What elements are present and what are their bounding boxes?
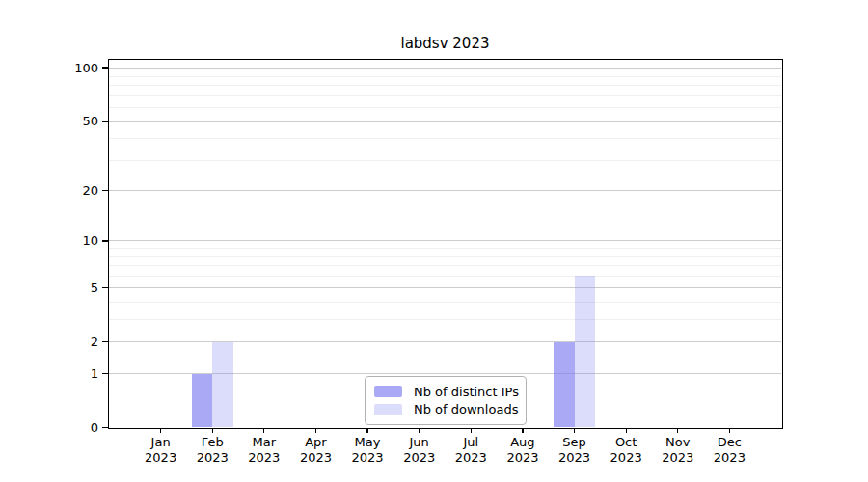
x-tick-label: Dec2023 (700, 435, 758, 466)
y-tick-mark (102, 287, 108, 288)
x-tick-mark (366, 428, 367, 433)
x-tick-mark (677, 428, 678, 433)
x-tick-mark (471, 428, 472, 433)
legend-swatch-distinct-ips-icon (374, 386, 402, 397)
y-tick-mark (102, 373, 108, 374)
legend-label-distinct-ips: Nb of distinct IPs (414, 385, 519, 399)
y-tick-label: 100 (0, 61, 98, 76)
y-tick-label: 10 (0, 233, 98, 249)
y-tick-label: 20 (0, 183, 98, 199)
x-tick-mark (626, 428, 627, 433)
y-tick-mark (102, 427, 108, 428)
y-tick-mark (102, 341, 108, 342)
x-tick-label: Jan2023 (132, 435, 190, 466)
legend: Nb of distinct IPs Nb of downloads (365, 376, 527, 425)
x-tick-mark (419, 428, 420, 433)
y-tick-mark (102, 240, 108, 241)
x-tick-label: Jul2023 (442, 435, 500, 466)
legend-item-downloads: Nb of downloads (374, 401, 517, 417)
x-tick-label: Feb2023 (183, 435, 241, 466)
x-tick-label: Jun2023 (391, 435, 448, 466)
x-tick-label: Nov2023 (649, 435, 707, 466)
x-tick-mark (729, 428, 730, 433)
legend-swatch-downloads-icon (374, 404, 402, 415)
x-tick-mark (160, 428, 161, 433)
y-tick-label: 50 (0, 114, 98, 129)
x-tick-label: Mar2023 (235, 435, 293, 466)
x-tick-mark (574, 428, 575, 433)
y-tick-mark (102, 67, 108, 68)
x-tick-mark (212, 428, 213, 433)
legend-label-downloads: Nb of downloads (414, 402, 518, 416)
x-tick-mark (263, 428, 264, 433)
x-tick-label: Apr2023 (286, 435, 344, 466)
y-tick-mark (102, 190, 108, 191)
x-tick-label: May2023 (339, 435, 396, 466)
y-tick-label: 1 (0, 366, 98, 382)
x-tick-label: Sep2023 (546, 435, 604, 466)
x-tick-label: Oct2023 (597, 435, 655, 466)
figure: labdsv 2023 0125102050100Jan2023Feb2023M… (0, 0, 868, 482)
x-tick-label: Aug2023 (494, 435, 552, 466)
x-tick-mark (315, 428, 316, 433)
y-tick-label: 0 (0, 420, 98, 436)
legend-item-distinct-ips: Nb of distinct IPs (374, 384, 517, 400)
y-tick-label: 5 (0, 281, 98, 296)
y-tick-label: 2 (0, 335, 98, 350)
y-tick-mark (102, 121, 108, 122)
x-tick-mark (522, 428, 523, 433)
